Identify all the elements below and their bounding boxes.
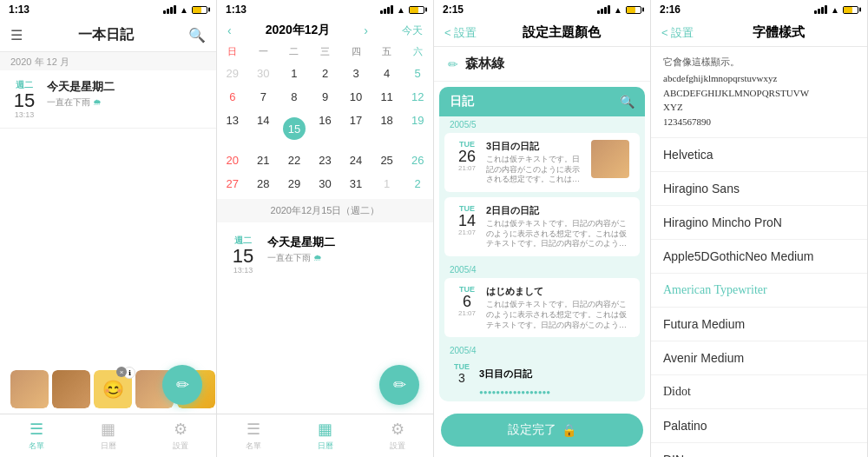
tab-calendar-label-p1: 日曆 [101,440,116,452]
cal-cell-8[interactable]: 8 [279,85,310,109]
tab-settings-label-p1: 設置 [173,440,188,452]
cal-cell-7[interactable]: 7 [248,85,279,109]
font-item-helvetica[interactable]: Helvetica [651,138,867,172]
search-icon-p1[interactable]: 🔍 [188,27,206,43]
font-item-hiragino-mincho[interactable]: Hiragino Mincho ProN [651,206,867,240]
font-item-futura[interactable]: Futura Medium [651,308,867,341]
battery-p2 [409,6,424,14]
cal-cell-3[interactable]: 3 [340,62,372,85]
cal-cell-18[interactable]: 18 [372,109,403,149]
theme-settings-title: 設定主題顏色 [483,24,640,41]
diary-preview-search-icon[interactable]: 🔍 [620,95,635,109]
font-style-title: 字體樣式 [700,24,857,41]
font-item-didot[interactable]: Didot [651,375,867,409]
signal-bars-p1 [163,5,176,14]
fab-button-p2[interactable]: ✏ [379,365,419,405]
cal-cell-30b[interactable]: 30 [310,172,341,195]
cal-cell-27[interactable]: 27 [217,172,248,195]
font-item-avenir[interactable]: Avenir Medium [651,341,867,375]
theme-back-button[interactable]: < 設置 [444,25,477,41]
cal-next-arrow[interactable]: › [364,23,368,37]
photo-close-badge[interactable]: × [116,367,127,377]
cal-cell-1b[interactable]: 1 [372,172,403,195]
font-back-button[interactable]: < 設置 [661,25,694,41]
date-section-p1: 2020 年 12 月 [0,52,216,70]
status-icons-p2: ▲ [380,5,424,15]
preview-text-3: はじめまして これは仮テキストです。日記の内容がこのように表示される想定です。こ… [486,285,629,330]
cal-cell-10[interactable]: 10 [340,85,372,109]
cal-entry-title: 今天是星期二 [267,235,335,250]
cal-today-circle: 15 [283,117,306,140]
cal-cell-28[interactable]: 28 [248,172,279,195]
tab-calendar-p1[interactable]: ▦ 日曆 [72,414,144,457]
cal-cell-15-today[interactable]: 15 [279,109,310,149]
cal-cell-23[interactable]: 23 [310,149,341,172]
cal-prev-arrow[interactable]: ‹ [227,23,232,37]
battery-p1 [192,6,207,14]
cal-cell-6[interactable]: 6 [217,85,248,109]
font-item-apple5d[interactable]: Apple5DGothicNeo Medium [651,240,867,274]
font-item-din[interactable]: DIN [651,443,867,457]
signal-bars-p3 [597,5,610,14]
cal-cell-22[interactable]: 22 [279,149,310,172]
cal-today-button[interactable]: 今天 [402,23,423,38]
font-item-palatino[interactable]: Palatino [651,409,867,443]
cal-cell-16[interactable]: 16 [310,109,341,149]
font-item-hiragino-sans[interactable]: Hiragino Sans [651,172,867,206]
diary-entry-1[interactable]: 週二 15 13:13 今天是星期二 一直在下雨 🌧 [0,70,216,129]
theme-edit-icon[interactable]: ✏ [448,57,458,71]
theme-header: < 設置 設定主題顏色 [434,19,650,47]
font-style-panel: 2:16 ▲ < 設置 字體樣式 它會像這樣顯示。 abcdefghijklmn… [651,0,868,457]
cal-entry-day-num: 15 [227,247,259,266]
fab-button-p1[interactable]: ✏ [162,365,202,405]
cal-cell-12[interactable]: 12 [402,85,433,109]
photo-item-1[interactable] [10,370,49,408]
font-item-american-typewriter[interactable]: American Typewriter [651,274,867,308]
diary-day-time-1: 13:13 [10,110,38,119]
cal-cell-4[interactable]: 4 [372,62,403,85]
cal-cell-20[interactable]: 20 [217,149,248,172]
tab-settings-p1[interactable]: ⚙ 設置 [144,414,216,457]
tab-list-p1[interactable]: ☰ 名單 [0,414,72,457]
cal-cell-2[interactable]: 2 [310,62,341,85]
menu-icon[interactable]: ☰ [10,27,23,43]
tab-list-p2[interactable]: ☰ 名單 [217,414,289,457]
cal-cell-5[interactable]: 5 [402,62,433,85]
status-bar-p4: 2:16 ▲ [651,0,867,19]
tab-settings-p2[interactable]: ⚙ 設置 [361,414,433,457]
cal-cell-1[interactable]: 1 [279,62,310,85]
wifi-icon-p3: ▲ [614,5,622,15]
cal-cell-14[interactable]: 14 [248,109,279,149]
cal-cell-13[interactable]: 13 [217,109,248,149]
tab-calendar-icon-p1: ▦ [101,420,115,439]
cal-cell-31[interactable]: 31 [340,172,372,195]
cal-cell-29a[interactable]: 29 [217,62,248,85]
cal-cell-9[interactable]: 9 [310,85,341,109]
status-time-p3: 2:15 [443,3,464,16]
photo-box-2 [52,370,90,408]
complete-button[interactable]: 設定完了 🔒 [441,414,643,447]
preview-day-block-2: TUE 14 21:07 [455,204,479,236]
cal-cell-25[interactable]: 25 [372,149,403,172]
preview-entry-3[interactable]: TUE 6 21:07 はじめまして これは仮テキストです。日記の内容がこのよう… [444,278,640,337]
tab-calendar-p2[interactable]: ▦ 日曆 [289,414,361,457]
preview-entry-4-header: TUE 3 3日目の日記 ●●●●●●●●●●●●●●●●● [439,359,645,401]
cal-header-fri: 五 [372,42,403,62]
cal-cell-19[interactable]: 19 [402,109,433,149]
preview-dots: ●●●●●●●●●●●●●●●●● [450,385,635,398]
photo-item-3[interactable]: 😊 ℹ × [94,370,132,408]
cal-cell-17[interactable]: 17 [340,109,372,149]
cal-cell-11[interactable]: 11 [372,85,403,109]
cal-cell-30a[interactable]: 30 [248,62,279,85]
cal-cell-26[interactable]: 26 [402,149,433,172]
cal-cell-24[interactable]: 24 [340,149,372,172]
preview-entry-2[interactable]: TUE 14 21:07 2日目の日記 これは仮テキストです。日記の内容がこのよ… [444,197,640,256]
diary-day-block-1: 週二 15 13:13 [10,79,38,119]
preview-day-label-4: TUE [450,362,474,371]
photo-item-2[interactable] [52,370,90,408]
cal-cell-29b[interactable]: 29 [279,172,310,195]
preview-entry-1[interactable]: TUE 26 21:07 3日目の日記 これは仮テキストです。日記の内容がこのよ… [444,133,640,192]
cal-detail-entry[interactable]: 週二 15 13:13 今天是星期二 一直在下雨 🌧 [217,226,433,283]
cal-cell-2b[interactable]: 2 [402,172,433,195]
cal-cell-21[interactable]: 21 [248,149,279,172]
